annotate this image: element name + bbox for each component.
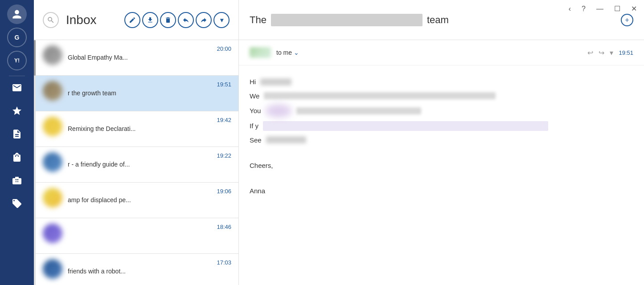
email-time: 17:03 — [217, 259, 231, 266]
sidebar-icon-profile[interactable] — [7, 4, 27, 24]
blurred-content-3 — [296, 107, 421, 114]
sidebar-icon-bag[interactable] — [7, 147, 27, 167]
message-actions: ↩ ↪ ▾ — [587, 49, 613, 57]
search-button[interactable] — [43, 12, 59, 28]
message-reply-button[interactable]: ↩ — [587, 49, 593, 57]
message-time: 19:51 — [619, 49, 633, 56]
message-more-button[interactable]: ▾ — [610, 49, 613, 57]
email-subject: friends with a robot... — [68, 268, 231, 275]
email-time: 18:46 — [217, 224, 231, 230]
email-subject: Global Empathy Ma... — [68, 54, 231, 61]
sender-info: to me ⌄ — [276, 49, 582, 56]
email-content: 17:03friends with a robot... — [68, 259, 231, 275]
email-subject: Remixing the Declarati... — [68, 125, 231, 132]
minimize-button[interactable]: — — [595, 4, 605, 14]
email-subject: r the growth team — [68, 90, 231, 97]
sidebar-icon-star[interactable] — [7, 101, 27, 121]
avatar — [43, 45, 62, 65]
body-line-5: See — [250, 134, 633, 146]
compose-button[interactable] — [124, 12, 140, 28]
blurred-name-2 — [266, 136, 306, 143]
back-button[interactable]: ‹ — [567, 4, 573, 14]
email-subject: amp for displaced pe... — [68, 196, 231, 204]
reading-pane: The team to me ⌄ ↩ ↪ ▾ 19:51 — [239, 0, 644, 285]
body-line-3: You — [250, 104, 633, 118]
avatar — [43, 224, 62, 243]
body-line-signature: Anna — [250, 185, 633, 197]
email-item[interactable]: 19:06amp for displaced pe... — [36, 183, 238, 218]
avatar — [43, 152, 62, 172]
email-content: 20:00Global Empathy Ma... — [68, 45, 231, 61]
avatar — [43, 81, 62, 101]
sidebar-icon-inbox[interactable] — [7, 78, 27, 98]
forward-button[interactable] — [196, 12, 212, 28]
email-time: 19:22 — [217, 152, 231, 159]
help-button[interactable]: ? — [580, 4, 587, 14]
email-item[interactable]: 19:22r - a friendly guide of... — [36, 147, 238, 183]
purple-bar — [263, 121, 548, 131]
email-item[interactable]: 17:03friends with a robot... — [36, 254, 238, 285]
message-meta: to me — [276, 49, 292, 56]
body-line-2: We — [250, 90, 633, 102]
reply-button[interactable] — [178, 12, 194, 28]
avatar — [43, 259, 62, 279]
body-line-4: If y — [250, 120, 633, 132]
blurred-content-2 — [264, 92, 496, 99]
email-content: 19:22r - a friendly guide of... — [68, 152, 231, 168]
body-line-cheers: Cheers, — [250, 160, 633, 171]
email-content: 19:06amp for displaced pe... — [68, 188, 231, 204]
more-button[interactable]: ▾ — [213, 12, 230, 28]
email-content: 19:42Remixing the Declarati... — [68, 117, 231, 132]
email-item[interactable]: 20:00Global Empathy Ma... — [36, 40, 238, 76]
blurred-name-1 — [260, 78, 291, 86]
email-item[interactable]: 18:46 — [36, 218, 238, 254]
sender-avatar — [250, 47, 271, 58]
sidebar-divider — [9, 76, 25, 76]
sidebar-icon-tag[interactable] — [7, 194, 27, 213]
sidebar-icon-google[interactable]: G — [7, 28, 27, 47]
email-item[interactable]: 19:42Remixing the Declarati... — [36, 111, 238, 147]
email-content: 19:51r the growth team — [68, 81, 231, 97]
subject-blurred — [271, 14, 422, 26]
email-body: Hi We You If y See Cheers, — [239, 65, 644, 285]
email-list-scroll: 20:00Global Empathy Ma...19:51r the grow… — [34, 40, 238, 285]
email-subject-header: The team — [250, 14, 615, 26]
sidebar-icon-notes[interactable] — [7, 124, 27, 144]
email-time: 19:06 — [217, 188, 231, 195]
maximize-button[interactable]: ☐ — [612, 4, 622, 14]
body-line-1: Hi — [250, 76, 633, 88]
email-content: 18:46 — [68, 224, 231, 232]
subject-prefix: The — [250, 14, 267, 26]
main-content: Inbox ▾ — [34, 0, 644, 285]
subject-suffix: team — [427, 14, 449, 26]
sidebar-icon-briefcase[interactable] — [7, 171, 27, 190]
purple-blob — [265, 104, 292, 118]
delete-button[interactable] — [160, 12, 176, 28]
scroll-thumb — [34, 40, 36, 76]
save-button[interactable] — [142, 12, 158, 28]
scroll-track[interactable] — [34, 40, 36, 285]
email-list-panel: Inbox ▾ — [34, 0, 239, 285]
email-list: 20:00Global Empathy Ma...19:51r the grow… — [36, 40, 238, 285]
email-time: 19:42 — [217, 117, 231, 123]
expand-recipients-icon[interactable]: ⌄ — [294, 49, 299, 56]
inbox-title: Inbox — [66, 13, 117, 27]
avatar — [43, 188, 62, 208]
message-header: to me ⌄ ↩ ↪ ▾ 19:51 — [239, 40, 644, 65]
email-item[interactable]: 19:51r the growth team — [36, 76, 238, 111]
sidebar-icon-yahoo[interactable]: Y! — [7, 51, 27, 70]
message-forward-button[interactable]: ↪ — [599, 49, 604, 57]
close-button[interactable]: ✕ — [629, 4, 639, 14]
email-subject: r - a friendly guide of... — [68, 161, 231, 168]
email-time: 19:51 — [217, 81, 231, 88]
email-time: 20:00 — [217, 45, 231, 52]
avatar — [43, 117, 62, 136]
add-tag-button[interactable] — [621, 14, 633, 26]
inbox-header: Inbox ▾ — [34, 0, 238, 40]
window-controls: ‹ ? — ☐ ✕ — [567, 4, 639, 14]
toolbar: ▾ — [124, 12, 230, 28]
sidebar: G Y! — [0, 0, 34, 285]
